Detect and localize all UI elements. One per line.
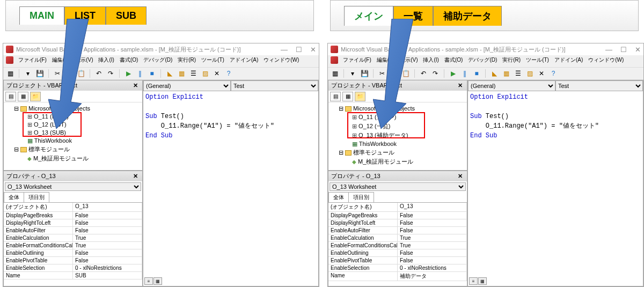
undo-icon[interactable]: ↶ — [419, 69, 428, 78]
tree-workbook[interactable]: ThisWorkbook — [331, 140, 465, 148]
full-module-view-icon[interactable]: ▦ — [153, 277, 162, 285]
prop-value[interactable]: O_13 — [398, 203, 467, 212]
tree-sheet-2[interactable]: O_12 (一覧) — [331, 122, 465, 131]
toggle-folders-icon[interactable]: 📁 — [355, 92, 365, 101]
view-object-icon[interactable]: ▦ — [342, 92, 353, 101]
panel-close-icon[interactable]: ✕ — [456, 82, 464, 89]
props-tab-general[interactable]: 全体 — [328, 192, 349, 202]
maximize-button[interactable]: ☐ — [296, 46, 302, 54]
prop-value[interactable]: False — [73, 227, 142, 234]
menu-tools[interactable]: ツール(T) — [199, 55, 226, 65]
prop-value[interactable]: SUB — [73, 272, 142, 279]
view-excel-icon[interactable]: ▦ — [6, 69, 14, 78]
help-icon[interactable]: ? — [549, 69, 558, 78]
code-editor[interactable]: Option Explicit Sub Test() O_11.Range("A… — [468, 91, 643, 286]
save-icon[interactable]: 💾 — [35, 69, 44, 78]
menu-format[interactable]: 書式(O) — [118, 55, 140, 65]
object-dropdown[interactable]: (General) — [143, 80, 231, 91]
menu-edit[interactable]: 編集(E) — [50, 55, 72, 65]
copy-icon[interactable]: ⎘ — [390, 69, 398, 78]
menu-view[interactable]: 表示(V) — [398, 55, 420, 65]
menu-window[interactable]: ウィンドウ(W) — [261, 55, 301, 65]
object-selector[interactable]: O_13 Worksheet — [330, 182, 466, 191]
prop-value[interactable]: True — [398, 242, 467, 249]
cut-icon[interactable]: ✂ — [378, 69, 386, 78]
prop-value[interactable]: O_13 — [73, 203, 142, 212]
copy-icon[interactable]: ⎘ — [65, 69, 74, 78]
object-browser-icon[interactable]: ▨ — [201, 69, 209, 78]
panel-close-icon[interactable]: ✕ — [131, 173, 140, 180]
panel-close-icon[interactable]: ✕ — [131, 82, 140, 89]
help-icon[interactable]: ? — [224, 69, 233, 78]
tree-module[interactable]: M_検証用モジュール — [6, 154, 140, 163]
tree-sheet-3[interactable]: O_13 (補助データ) — [331, 131, 465, 140]
code-editor[interactable]: Option Explicit Sub Test() O_11.Range("A… — [143, 91, 318, 286]
properties-icon[interactable]: ☰ — [189, 69, 197, 78]
maximize-button[interactable]: ☐ — [620, 46, 627, 54]
menu-format[interactable]: 書式(O) — [442, 55, 465, 65]
cut-icon[interactable]: ✂ — [53, 69, 62, 78]
view-object-icon[interactable]: ▦ — [18, 92, 28, 101]
procedure-dropdown[interactable]: Test — [231, 80, 318, 91]
full-module-view-icon[interactable]: ▦ — [478, 277, 487, 285]
tree-folder-objects[interactable]: ⊟ Microsoft Excel Objects — [6, 105, 140, 113]
save-icon[interactable]: 💾 — [360, 69, 369, 78]
tree-module[interactable]: M_検証用モジュール — [331, 157, 465, 166]
stop-icon[interactable]: ■ — [148, 69, 156, 78]
undo-icon[interactable]: ↶ — [94, 69, 103, 78]
procedure-view-icon[interactable]: ≡ — [144, 277, 153, 285]
panel-close-icon[interactable]: ✕ — [456, 173, 464, 180]
tree-folder-objects[interactable]: ⊟ Microsoft Excel Objects — [331, 105, 465, 113]
design-mode-icon[interactable]: ◣ — [165, 69, 174, 78]
view-code-icon[interactable]: ▤ — [5, 92, 16, 101]
menu-tools[interactable]: ツール(T) — [524, 55, 551, 65]
props-tab-general[interactable]: 全体 — [4, 192, 24, 202]
tab-sub[interactable]: 補助データ — [433, 6, 502, 26]
object-selector[interactable]: O_13 Worksheet — [5, 182, 141, 191]
object-dropdown[interactable]: (General) — [468, 80, 555, 91]
menu-run[interactable]: 実行(R) — [175, 55, 198, 65]
menu-file[interactable]: ファイル(F) — [16, 55, 49, 65]
insert-icon[interactable]: ▾ — [348, 69, 357, 78]
menu-addins[interactable]: アドイン(A) — [228, 55, 260, 65]
tree-sheet-1[interactable]: O_11 (MAIN) — [6, 113, 140, 121]
design-mode-icon[interactable]: ◣ — [490, 69, 499, 78]
menu-window[interactable]: ウィンドウ(W) — [586, 55, 626, 65]
tab-main[interactable]: メイン — [344, 6, 393, 26]
menu-file[interactable]: ファイル(F) — [341, 55, 374, 65]
view-code-icon[interactable]: ▤ — [330, 92, 341, 101]
paste-icon[interactable]: 📋 — [77, 69, 85, 78]
toggle-folders-icon[interactable]: 📁 — [30, 92, 41, 101]
procedure-view-icon[interactable]: ≡ — [469, 277, 478, 285]
pause-icon[interactable]: ‖ — [460, 69, 469, 78]
tree-folder-modules[interactable]: ⊟ 標準モジュール — [331, 148, 465, 157]
tree-sheet-2[interactable]: O_12 (LIST) — [6, 121, 140, 129]
menu-run[interactable]: 実行(R) — [500, 55, 523, 65]
run-icon[interactable]: ▶ — [449, 69, 457, 78]
prop-value[interactable]: True — [73, 234, 142, 242]
prop-value[interactable]: 補助データ — [398, 272, 467, 281]
close-button[interactable]: ✕ — [310, 46, 316, 54]
menu-view[interactable]: 表示(V) — [73, 55, 95, 65]
pause-icon[interactable]: ‖ — [136, 69, 144, 78]
tab-list[interactable]: LIST — [64, 6, 106, 25]
props-tab-category[interactable]: 項目別 — [24, 192, 49, 202]
redo-icon[interactable]: ↷ — [106, 69, 115, 78]
paste-icon[interactable]: 📋 — [401, 69, 410, 78]
prop-value[interactable]: False — [73, 249, 142, 257]
run-icon[interactable]: ▶ — [124, 69, 133, 78]
close-button[interactable]: ✕ — [635, 46, 641, 54]
redo-icon[interactable]: ↷ — [431, 69, 440, 78]
tab-list[interactable]: 一覧 — [393, 6, 433, 26]
toolbox-icon[interactable]: ✕ — [537, 69, 546, 78]
project-explorer-icon[interactable]: ▦ — [177, 69, 186, 78]
minimize-button[interactable]: — — [281, 46, 288, 54]
procedure-dropdown[interactable]: Test — [555, 80, 643, 91]
stop-icon[interactable]: ■ — [472, 69, 481, 78]
minimize-button[interactable]: — — [605, 46, 612, 54]
tree-workbook[interactable]: ThisWorkbook — [6, 137, 140, 145]
prop-value[interactable]: False — [398, 212, 467, 219]
properties-icon[interactable]: ☰ — [514, 69, 522, 78]
insert-icon[interactable]: ▾ — [24, 69, 32, 78]
tree-sheet-1[interactable]: O_11 (メイン) — [331, 113, 465, 122]
